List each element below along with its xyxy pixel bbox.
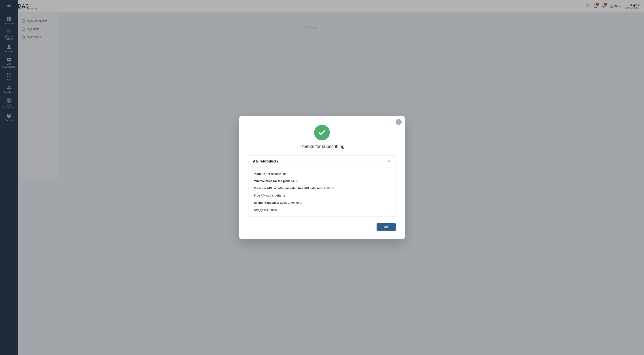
success-icon-container [248, 125, 322, 140]
modal: × Thanks for subscribing AzureProduct2 P… [239, 116, 322, 178]
plan-label: Plan: [254, 172, 261, 175]
product-card: AzureProduct2 Plan: AzureProduct2 -Tier … [248, 155, 322, 178]
product-card-header: AzureProduct2 [248, 156, 322, 167]
product-card-body: Plan: AzureProduct2 -Tier Minimal price … [248, 167, 322, 178]
plan-row: Plan: AzureProduct2 -Tier [254, 172, 322, 176]
product-name: AzureProduct2 [253, 159, 278, 163]
modal-title: Thanks for subscribing [248, 144, 322, 149]
success-circle [314, 125, 322, 140]
checkmark-icon [318, 128, 322, 137]
plan-value-text: AzureProduct2 -Tier [262, 172, 288, 175]
